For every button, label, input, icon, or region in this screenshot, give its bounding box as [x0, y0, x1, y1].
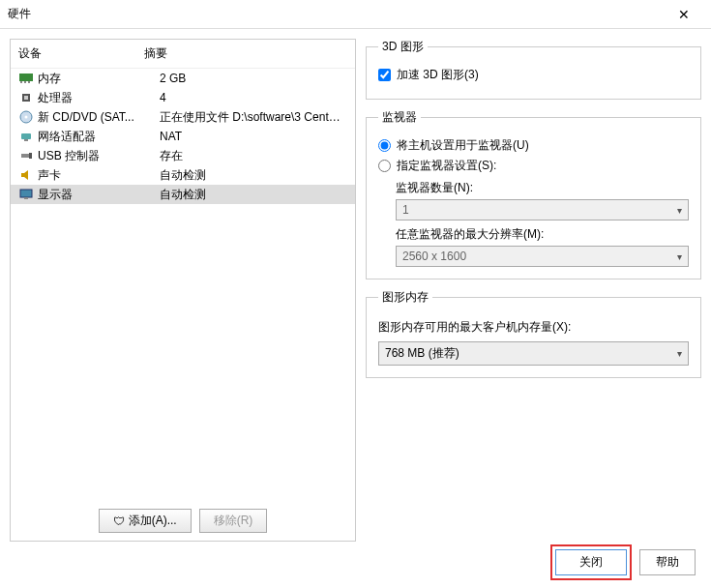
max-resolution-label: 任意监视器的最大分辨率(M):	[396, 226, 689, 243]
device-name: 显示器	[38, 187, 160, 203]
memory-icon	[18, 71, 34, 86]
device-name: 网络适配器	[38, 129, 160, 145]
close-button-highlight: 关闭	[550, 544, 632, 580]
radio-use-host-label: 将主机设置用于监视器(U)	[397, 137, 529, 154]
device-row-network[interactable]: 网络适配器NAT	[11, 127, 355, 146]
svg-rect-13	[20, 190, 32, 197]
radio-use-host[interactable]: 将主机设置用于监视器(U)	[378, 137, 689, 154]
svg-rect-9	[24, 139, 28, 141]
radio-specify[interactable]: 指定监视器设置(S):	[378, 158, 689, 174]
svg-rect-3	[28, 81, 30, 83]
device-name: 新 CD/DVD (SAT...	[38, 109, 160, 126]
network-icon	[18, 129, 34, 144]
chevron-down-icon: ▾	[677, 205, 682, 216]
device-summary: 自动检测	[160, 167, 347, 184]
svg-point-7	[25, 116, 28, 119]
max-resolution-value: 2560 x 1600	[402, 250, 466, 263]
svg-rect-8	[21, 133, 31, 139]
accelerate-3d-input[interactable]	[378, 69, 391, 81]
gmem-label: 图形内存可用的最大客户机内存量(X):	[378, 319, 689, 336]
group-gmem-legend: 图形内存	[378, 289, 432, 306]
accelerate-3d-checkbox[interactable]: 加速 3D 图形(3)	[378, 67, 689, 83]
svg-rect-5	[24, 96, 28, 100]
settings-panel: 3D 图形 加速 3D 图形(3) 监视器 将主机设置用于监视器(U) 指定监视…	[366, 39, 701, 546]
device-row-display[interactable]: 显示器自动检测	[11, 185, 355, 204]
remove-button-label: 移除(R)	[214, 513, 253, 529]
device-name: 内存	[38, 71, 160, 87]
group-monitor: 监视器 将主机设置用于监视器(U) 指定监视器设置(S): 监视器数量(N): …	[366, 109, 701, 279]
max-resolution-select: 2560 x 1600 ▾	[396, 246, 689, 267]
radio-specify-input[interactable]	[378, 160, 391, 172]
content-area: 设备 摘要 内存2 GB处理器4新 CD/DVD (SAT...正在使用文件 D…	[0, 29, 711, 556]
svg-rect-0	[19, 74, 33, 81]
device-summary: 正在使用文件 D:\software\3 CentO...	[160, 109, 347, 126]
svg-rect-14	[24, 197, 28, 199]
header-summary: 摘要	[144, 45, 347, 62]
device-panel: 设备 摘要 内存2 GB处理器4新 CD/DVD (SAT...正在使用文件 D…	[10, 39, 356, 542]
gmem-value: 768 MB (推荐)	[385, 345, 459, 362]
device-name: 处理器	[38, 90, 160, 106]
svg-rect-1	[20, 81, 22, 83]
device-name: USB 控制器	[38, 148, 160, 164]
monitor-count-value: 1	[402, 203, 409, 217]
close-icon[interactable]: ✕	[665, 7, 703, 22]
help-button[interactable]: 帮助	[639, 549, 696, 575]
device-buttons: 🛡 添加(A)... 移除(R)	[11, 501, 355, 541]
sound-icon	[18, 167, 34, 183]
titlebar: 硬件 ✕	[0, 0, 711, 29]
display-icon	[18, 187, 34, 202]
group-graphics-memory: 图形内存 图形内存可用的最大客户机内存量(X): 768 MB (推荐) ▾	[366, 289, 701, 378]
header-device: 设备	[18, 45, 144, 62]
radio-use-host-input[interactable]	[378, 139, 391, 152]
group-monitor-legend: 监视器	[378, 109, 421, 126]
monitor-count-label: 监视器数量(N):	[396, 180, 689, 196]
shield-icon: 🛡	[113, 514, 125, 528]
device-summary: 存在	[160, 148, 347, 164]
cd-icon	[18, 109, 34, 125]
device-name: 声卡	[38, 167, 160, 184]
chevron-down-icon: ▾	[677, 348, 682, 359]
svg-rect-2	[24, 81, 26, 83]
device-row-cd[interactable]: 新 CD/DVD (SAT...正在使用文件 D:\software\3 Cen…	[11, 107, 355, 127]
cpu-icon	[18, 90, 34, 105]
usb-icon	[18, 148, 34, 163]
add-button-label: 添加(A)...	[129, 513, 177, 529]
device-row-cpu[interactable]: 处理器4	[11, 88, 355, 107]
device-summary: 2 GB	[160, 72, 347, 85]
device-list: 设备 摘要 内存2 GB处理器4新 CD/DVD (SAT...正在使用文件 D…	[11, 40, 355, 501]
remove-button: 移除(R)	[199, 509, 268, 533]
group-3d-legend: 3D 图形	[378, 39, 428, 55]
device-summary: 4	[160, 91, 347, 104]
radio-specify-label: 指定监视器设置(S):	[397, 158, 496, 174]
device-row-memory[interactable]: 内存2 GB	[11, 69, 355, 88]
device-row-usb[interactable]: USB 控制器存在	[11, 146, 355, 165]
group-3d-graphics: 3D 图形 加速 3D 图形(3)	[366, 39, 701, 100]
svg-marker-12	[21, 170, 28, 180]
close-button[interactable]: 关闭	[555, 549, 627, 575]
accelerate-3d-label: 加速 3D 图形(3)	[397, 67, 479, 83]
device-summary: 自动检测	[160, 187, 347, 203]
bottom-bar: 关闭 帮助	[550, 544, 696, 580]
gmem-select[interactable]: 768 MB (推荐) ▾	[378, 341, 689, 366]
device-list-header: 设备 摘要	[11, 40, 355, 69]
chevron-down-icon: ▾	[677, 251, 682, 262]
svg-rect-11	[29, 153, 32, 159]
device-row-sound[interactable]: 声卡自动检测	[11, 165, 355, 185]
monitor-count-select: 1 ▾	[396, 199, 689, 220]
device-summary: NAT	[160, 130, 347, 143]
window-title: 硬件	[8, 6, 665, 22]
add-button[interactable]: 🛡 添加(A)...	[99, 509, 192, 533]
